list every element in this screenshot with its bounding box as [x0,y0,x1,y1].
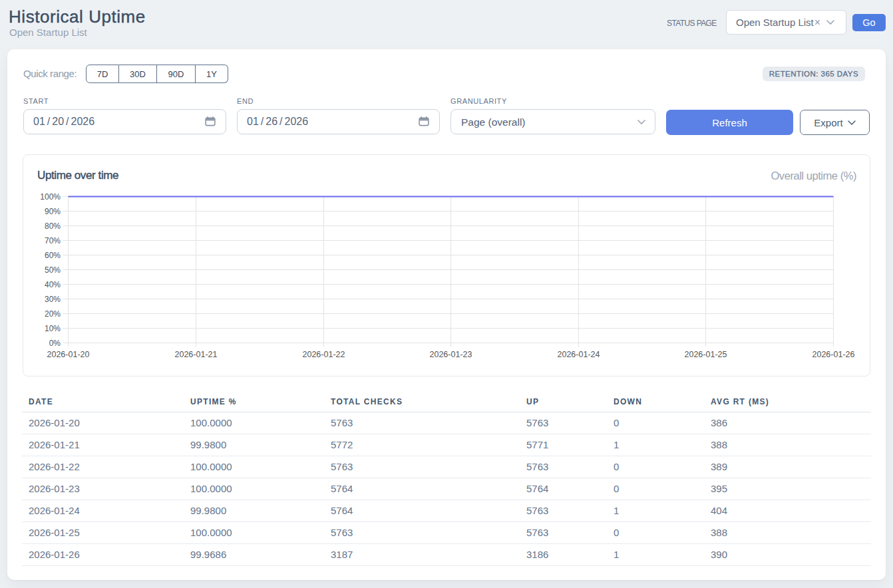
svg-text:40%: 40% [45,280,61,289]
svg-text:2026-01-22: 2026-01-22 [303,350,345,359]
svg-text:2026-01-24: 2026-01-24 [558,350,600,359]
svg-text:20%: 20% [45,309,61,319]
svg-text:0%: 0% [49,339,61,348]
svg-text:80%: 80% [45,221,61,231]
svg-text:70%: 70% [45,236,61,245]
svg-text:30%: 30% [45,295,61,304]
svg-text:2026-01-26: 2026-01-26 [812,350,855,359]
svg-text:2026-01-21: 2026-01-21 [175,350,218,359]
svg-text:100%: 100% [40,192,61,202]
svg-text:2026-01-20: 2026-01-20 [47,350,90,359]
svg-text:2026-01-25: 2026-01-25 [685,350,727,359]
svg-text:90%: 90% [45,207,61,216]
svg-text:2026-01-23: 2026-01-23 [430,350,472,359]
svg-text:10%: 10% [45,324,61,333]
svg-text:60%: 60% [45,251,61,260]
svg-text:50%: 50% [45,265,61,275]
